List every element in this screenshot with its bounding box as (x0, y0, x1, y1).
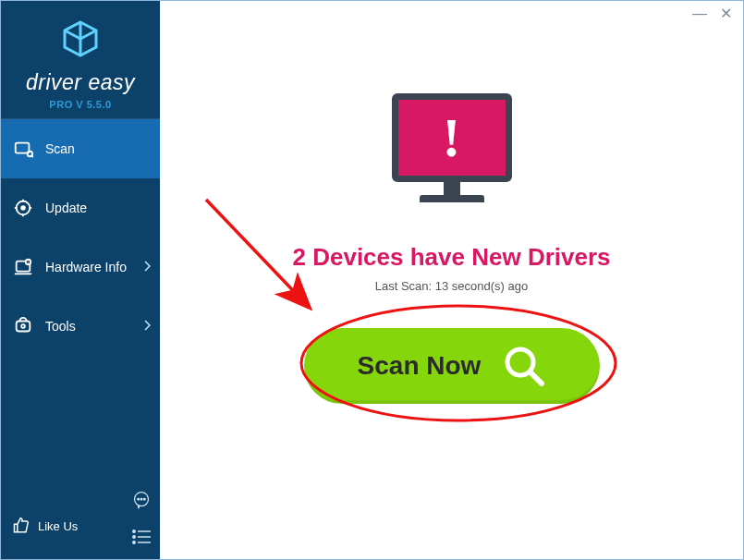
brand-version: PRO V 5.5.0 (49, 99, 111, 110)
svg-rect-1 (16, 143, 30, 153)
last-scan-text: Last Scan: 13 second(s) ago (375, 279, 529, 293)
monitor-screen: ! (392, 93, 512, 182)
monitor-base (420, 195, 484, 202)
monitor-alert-icon: ! (383, 93, 521, 223)
tools-icon (12, 315, 34, 337)
chevron-right-icon (144, 260, 151, 274)
exclamation-icon: ! (443, 110, 461, 165)
main-panel: — ✕ ! 2 Devices have New Drivers Last Sc… (160, 1, 743, 559)
magnifier-icon (503, 345, 545, 387)
nav: Scan Update (1, 119, 160, 493)
monitor-stand (444, 182, 460, 195)
sidebar-footer: Like Us (1, 493, 160, 559)
svg-line-3 (31, 155, 33, 157)
close-button[interactable]: ✕ (720, 6, 732, 23)
scan-icon (12, 138, 34, 160)
sidebar-item-update[interactable]: Update (1, 178, 160, 237)
logo-icon (59, 18, 102, 61)
brand-name: driver easy (26, 70, 135, 95)
nav-label: Scan (45, 141, 75, 156)
sidebar-item-hardware-info[interactable]: i Hardware Info (1, 237, 160, 297)
titlebar: — ✕ (681, 1, 743, 29)
nav-label: Hardware Info (45, 260, 127, 274)
svg-rect-14 (17, 322, 30, 332)
nav-label: Tools (45, 319, 76, 334)
like-icon[interactable] (12, 517, 30, 535)
svg-line-27 (531, 372, 542, 383)
update-icon (12, 197, 34, 219)
nav-label: Update (45, 201, 87, 215)
svg-text:i: i (28, 261, 29, 265)
minimize-button[interactable]: — (692, 6, 707, 23)
svg-point-15 (21, 324, 25, 328)
svg-point-5 (21, 206, 25, 210)
like-label[interactable]: Like Us (38, 519, 78, 533)
sidebar: driver easy PRO V 5.5.0 Scan (1, 1, 160, 559)
app-window: driver easy PRO V 5.5.0 Scan (0, 0, 744, 560)
scan-headline: 2 Devices have New Drivers (293, 243, 611, 272)
scan-button-label: Scan Now (358, 351, 482, 381)
chevron-right-icon (144, 319, 151, 334)
scan-now-button[interactable]: Scan Now (304, 328, 600, 404)
logo-block: driver easy PRO V 5.5.0 (1, 1, 160, 119)
sidebar-item-scan[interactable]: Scan (1, 119, 160, 178)
sidebar-item-tools[interactable]: Tools (1, 297, 160, 356)
hardware-info-icon: i (12, 256, 34, 278)
svg-line-29 (206, 200, 306, 304)
